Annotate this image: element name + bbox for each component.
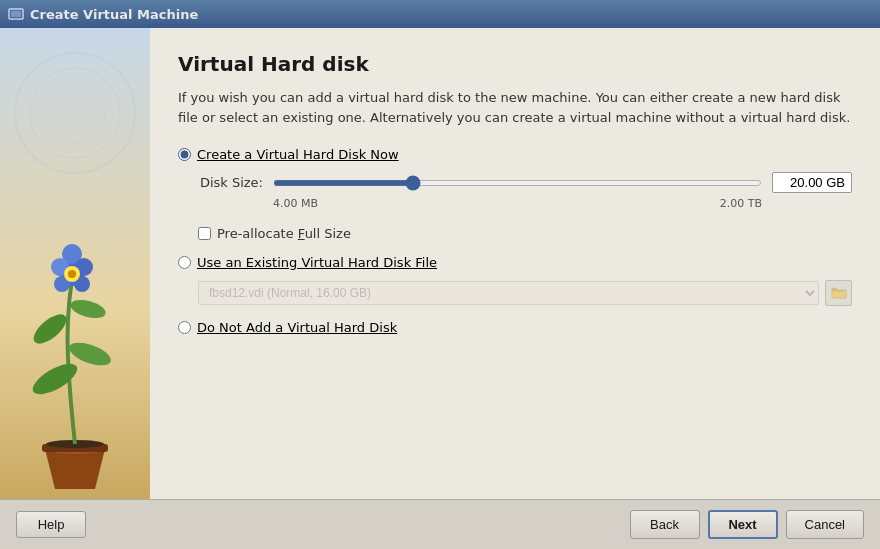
- folder-icon: [831, 286, 847, 300]
- existing-disk-select[interactable]: fbsd12.vdi (Normal, 16.00 GB): [198, 281, 819, 305]
- panel-watermark: [10, 48, 140, 178]
- svg-rect-1: [11, 11, 21, 17]
- title-bar: Create Virtual Machine: [0, 0, 880, 28]
- option-create-new[interactable]: Create a Virtual Hard Disk Now: [178, 147, 852, 162]
- next-button[interactable]: Next: [708, 510, 778, 539]
- svg-marker-6: [45, 449, 105, 489]
- option-use-existing[interactable]: Use an Existing Virtual Hard Disk File: [178, 255, 852, 270]
- title-bar-text: Create Virtual Machine: [30, 7, 198, 22]
- label-create-new[interactable]: Create a Virtual Hard Disk Now: [197, 147, 399, 162]
- page-description: If you wish you can add a virtual hard d…: [178, 88, 852, 127]
- page-title: Virtual Hard disk: [178, 52, 852, 76]
- svg-point-21: [68, 270, 76, 278]
- preallocate-label[interactable]: Pre-allocate Full Size: [217, 226, 351, 241]
- slider-labels: 4.00 MB 2.00 TB: [273, 197, 762, 210]
- slider-container: [273, 180, 762, 186]
- preallocate-checkbox[interactable]: [198, 227, 211, 240]
- slider-max-label: 2.00 TB: [720, 197, 762, 210]
- footer-left: Help: [16, 511, 86, 538]
- disk-size-input[interactable]: [772, 172, 852, 193]
- label-use-existing[interactable]: Use an Existing Virtual Hard Disk File: [197, 255, 437, 270]
- radio-no-disk[interactable]: [178, 321, 191, 334]
- svg-point-3: [15, 53, 135, 173]
- svg-point-4: [30, 68, 120, 158]
- vm-title-icon: [8, 6, 24, 22]
- back-button[interactable]: Back: [630, 510, 700, 539]
- existing-disk-row: fbsd12.vdi (Normal, 16.00 GB): [198, 280, 852, 306]
- option-no-disk[interactable]: Do Not Add a Virtual Hard Disk: [178, 320, 852, 335]
- svg-point-10: [28, 358, 81, 400]
- dialog-body: Virtual Hard disk If you wish you can ad…: [0, 28, 880, 499]
- radio-use-existing[interactable]: [178, 256, 191, 269]
- svg-point-5: [45, 83, 105, 143]
- svg-point-13: [69, 297, 108, 322]
- label-no-disk[interactable]: Do Not Add a Virtual Hard Disk: [197, 320, 397, 335]
- disk-size-row: Disk Size:: [198, 172, 852, 193]
- left-panel: [0, 28, 150, 499]
- disk-size-label: Disk Size:: [198, 175, 263, 190]
- plant-illustration: [0, 179, 150, 499]
- browse-folder-button[interactable]: [825, 280, 852, 306]
- footer-right: Back Next Cancel: [630, 510, 864, 539]
- radio-create-new[interactable]: [178, 148, 191, 161]
- svg-rect-2: [14, 18, 18, 20]
- help-button[interactable]: Help: [16, 511, 86, 538]
- slider-min-label: 4.00 MB: [273, 197, 318, 210]
- svg-point-12: [29, 309, 71, 349]
- disk-size-section: Disk Size: 4.00 MB 2.00 TB: [198, 172, 852, 218]
- preallocate-underline: F: [298, 226, 305, 241]
- right-panel: Virtual Hard disk If you wish you can ad…: [150, 28, 880, 499]
- preallocate-row[interactable]: Pre-allocate Full Size: [198, 226, 852, 241]
- cancel-button[interactable]: Cancel: [786, 510, 864, 539]
- disk-size-slider[interactable]: [273, 180, 762, 186]
- dialog-footer: Help Back Next Cancel: [0, 499, 880, 549]
- dialog: Virtual Hard disk If you wish you can ad…: [0, 28, 880, 549]
